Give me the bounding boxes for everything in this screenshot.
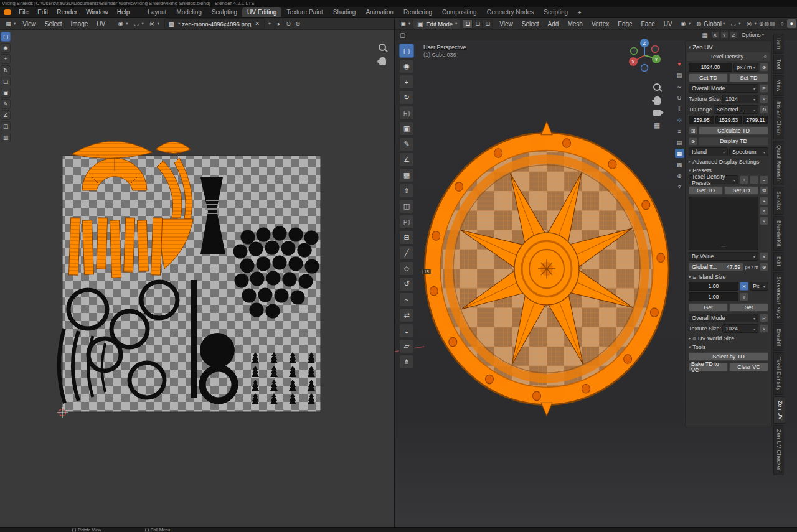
sidebar-tab[interactable]: Quad Remesh	[773, 141, 784, 185]
sidebar-tab[interactable]: Texel Density	[773, 352, 784, 394]
apply-value-button[interactable]: ˅	[760, 252, 768, 261]
range-value-field[interactable]: 1529.53	[715, 116, 741, 124]
favorites-heart-icon[interactable]: ♥	[675, 59, 684, 68]
preset-get-td-button[interactable]: Get TD	[689, 186, 723, 195]
zoom-icon[interactable]	[379, 44, 386, 51]
viewport-tool-button[interactable]: ◒	[399, 324, 414, 338]
viewport-tool-button[interactable]: ◫	[399, 199, 414, 213]
mode-dropdown[interactable]: ▣ Edit Mode ▾	[413, 19, 460, 29]
navigation-gizmo[interactable]: Z X Y	[626, 37, 663, 76]
set-size-button[interactable]: Set	[729, 303, 768, 312]
xray-toggle[interactable]: ▥	[770, 19, 775, 28]
remove-preset-button[interactable]: −	[750, 175, 758, 184]
list-icon[interactable]: ▤	[675, 138, 684, 147]
global-td-slider[interactable]: Global T... 47.59	[689, 263, 743, 271]
active-tool-icon[interactable]: ▢	[398, 31, 407, 39]
menu-item[interactable]: File	[14, 8, 33, 16]
shading-wireframe-button[interactable]: ○	[778, 19, 787, 28]
size-y-field[interactable]: 1.00	[689, 292, 738, 301]
display-td-button[interactable]: Display TD	[699, 137, 768, 146]
island-mode-dropdown[interactable]: Island	[689, 147, 728, 156]
gizmos-toggle[interactable]: ⊕	[759, 19, 764, 28]
texel-density-header[interactable]: Texel Density ⊙	[687, 52, 770, 61]
uv-world-size-section[interactable]: ▸ ◍ UV World Size	[689, 335, 768, 342]
td-units-dropdown[interactable]: px / m	[733, 63, 758, 72]
get-size-button[interactable]: Get	[689, 303, 728, 312]
workspace-tab[interactable]: Geometry Nodes	[482, 7, 539, 17]
sidebar-tab[interactable]: Instant Clean	[773, 97, 784, 139]
workspace-tab[interactable]: Texture Paint	[281, 7, 328, 17]
viking-shield-mesh[interactable]	[425, 122, 669, 416]
crosshair-icon[interactable]: ⊹	[675, 115, 684, 124]
viewport-menu-item[interactable]: Add	[544, 20, 564, 28]
sidebar-tab[interactable]: Eresh!!	[773, 324, 784, 351]
viewport-menu-item[interactable]: Select	[517, 20, 544, 28]
menu-item[interactable]: Help	[113, 8, 134, 16]
editor-type-selector[interactable]: ▦ ▾	[2, 19, 17, 29]
workspace-tab[interactable]: Modeling	[171, 7, 207, 17]
uv-tool-button[interactable]: ↻	[1, 65, 11, 75]
overall-mode-dropdown[interactable]: Overall Mode	[689, 84, 758, 93]
checker-icon[interactable]: ▩	[675, 160, 684, 169]
select-by-td-button[interactable]: Select by TD	[689, 352, 768, 361]
gear-icon[interactable]: ⊛	[675, 171, 684, 180]
texel-density-tab-icon[interactable]: ▦	[675, 149, 684, 158]
td-settings-gear-icon[interactable]: ⊛	[760, 63, 768, 72]
viewport-tool-button[interactable]: +	[399, 75, 414, 89]
shading-solid-button[interactable]: ●	[787, 19, 796, 28]
help-icon[interactable]: ?	[675, 182, 684, 192]
new-image-button[interactable]: +	[265, 19, 274, 28]
panel-icon[interactable]: ▤	[675, 70, 684, 80]
workspace-tab[interactable]: Compositing	[437, 7, 482, 17]
calculate-icon[interactable]: ⊞	[689, 126, 697, 135]
uv-tool-button[interactable]: ▥	[1, 133, 11, 142]
menu-item[interactable]: Render	[52, 8, 82, 16]
mirror-axis-toggle[interactable]: X	[711, 31, 719, 39]
blender-logo-icon[interactable]	[4, 9, 11, 15]
uv-tool-button[interactable]: ◫	[1, 121, 11, 131]
pivot-point-selector[interactable]: ◉ ▾	[115, 19, 130, 29]
image-datablock-selector[interactable]: ▩ ▾ zen-mono-4096x4096.png ✕	[164, 18, 265, 29]
uv-tool-button[interactable]: ∠	[1, 110, 11, 120]
preset-p-button[interactable]: P	[760, 84, 768, 93]
refresh-icon[interactable]: ↻	[760, 105, 768, 114]
island-size-section[interactable]: ▾ ⬓ Island Size	[689, 274, 768, 280]
face-select-button[interactable]: ⊞	[483, 19, 493, 29]
viewport-menu-item[interactable]: Vertex	[587, 20, 613, 28]
overlays-toggle[interactable]: ◍	[764, 19, 769, 28]
pack-icon[interactable]: ⇩	[675, 104, 684, 113]
get-td-button[interactable]: Get TD	[689, 73, 728, 82]
texture-size-apply-button-2[interactable]: ˅	[760, 324, 768, 333]
gear-icon[interactable]: ⊛	[760, 263, 768, 271]
uv-menu-item[interactable]: Select	[40, 20, 67, 28]
pin-icon[interactable]: ⊙	[764, 54, 767, 59]
td-presets-dropdown[interactable]: Texel Density Presets	[689, 175, 738, 184]
viewport-tool-button[interactable]: ⇧	[399, 184, 414, 198]
uv-menu-item[interactable]: Image	[67, 20, 93, 28]
uv-menu-item[interactable]: UV	[92, 20, 110, 28]
workspace-tab[interactable]: Sculpting	[207, 7, 242, 17]
zoom-icon[interactable]	[653, 83, 661, 91]
viewport-tool-button[interactable]: ⊟	[399, 230, 414, 245]
menu-item[interactable]: Edit	[33, 8, 52, 16]
viewport-tool-button[interactable]: ╱	[399, 246, 414, 260]
pin-image-button[interactable]: ⊙	[284, 19, 293, 28]
sidebar-tab[interactable]: Edit	[773, 252, 784, 271]
panel-category-header[interactable]: ▾ Zen UV	[686, 42, 771, 52]
axis-y-toggle[interactable]: Y	[740, 292, 748, 301]
stack-icon[interactable]: ≡	[675, 126, 684, 136]
uv-canvas[interactable]	[0, 30, 394, 527]
viewport-tool-button[interactable]: ◱	[399, 106, 414, 120]
workspace-tab[interactable]: Layout	[143, 7, 171, 17]
viewport-tool-button[interactable]: ∠	[399, 152, 414, 167]
mirror-axis-toggle[interactable]: Y	[720, 31, 729, 39]
viewport-menu-item[interactable]: View	[495, 20, 517, 28]
image-settings-button[interactable]: ⊛	[293, 19, 302, 28]
eye-icon[interactable]: ⊙	[689, 137, 697, 146]
viewport-tool-button[interactable]: ▣	[399, 121, 414, 136]
menu-item[interactable]: Window	[82, 8, 113, 16]
viewport-tool-button[interactable]: ▱	[399, 339, 414, 353]
viewport-menu-item[interactable]: Face	[637, 20, 659, 28]
workspace-tab[interactable]: Rendering	[398, 7, 437, 17]
pivot-point-selector[interactable]: ◉ ▾	[677, 19, 692, 29]
